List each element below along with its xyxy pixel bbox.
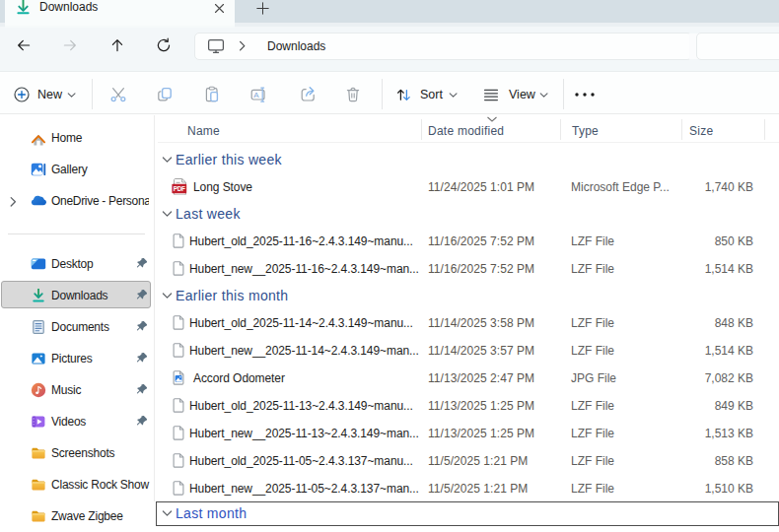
svg-text:PDF: PDF (174, 185, 185, 192)
svg-text:A: A (253, 91, 259, 100)
